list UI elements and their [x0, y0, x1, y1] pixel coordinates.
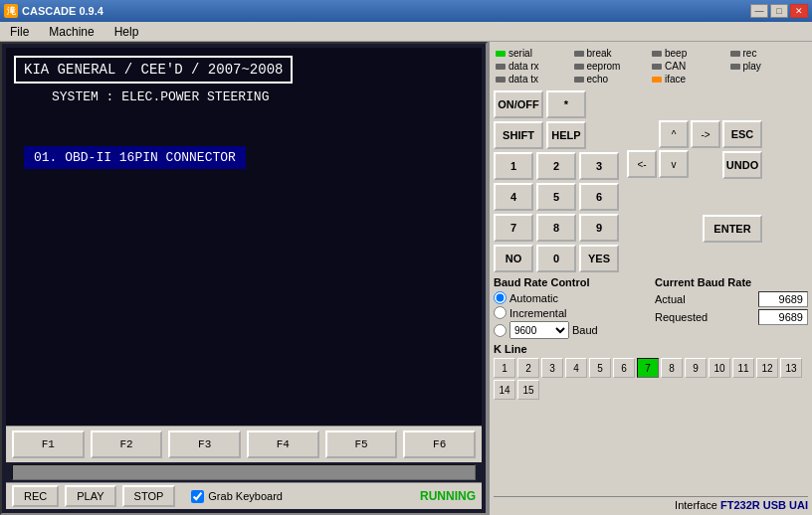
btn-5[interactable]: 5	[536, 183, 576, 211]
kline-btn-9[interactable]: 9	[685, 358, 707, 378]
baud-right: Current Baud Rate Actual 9689 Requested …	[655, 276, 808, 339]
kline-btn-1[interactable]: 1	[494, 358, 515, 378]
nav-left-button[interactable]: <-	[627, 150, 657, 178]
kline-btn-12[interactable]: 12	[756, 358, 778, 378]
nav-right-button[interactable]: ->	[691, 120, 720, 148]
indicator-datarx: data rx	[496, 61, 572, 72]
btn-4[interactable]: 4	[494, 183, 533, 211]
play-button[interactable]: PLAY	[65, 485, 115, 507]
kline-btn-3[interactable]: 3	[541, 358, 563, 378]
led-rec	[730, 51, 740, 57]
led-iface	[652, 77, 662, 83]
btn-no[interactable]: NO	[494, 245, 533, 272]
interface-value: FT232R USB UAI	[720, 499, 808, 511]
nav-down-button[interactable]: v	[659, 150, 689, 178]
led-beep	[652, 51, 662, 57]
esc-button[interactable]: ESC	[722, 120, 762, 148]
enter-button[interactable]: ENTER	[703, 215, 762, 243]
btn-8[interactable]: 8	[536, 214, 576, 242]
led-can	[652, 64, 662, 70]
f6-button[interactable]: F6	[403, 430, 476, 458]
btn-1[interactable]: 1	[494, 152, 533, 180]
kline-btn-11[interactable]: 11	[732, 358, 754, 378]
btn-9[interactable]: 9	[579, 214, 619, 242]
baud-actual-label: Actual	[655, 293, 686, 305]
terminal-title-line: KIA GENERAL / CEE'D / 2007~2008	[14, 56, 293, 84]
app-title: CASCADE 0.9.4	[22, 5, 103, 17]
baud-requested-value: 9689	[758, 309, 808, 325]
led-echo	[574, 77, 584, 83]
onoff-button[interactable]: ON/OFF	[494, 90, 543, 118]
kline-title: K Line	[494, 343, 808, 355]
f5-button[interactable]: F5	[325, 430, 398, 458]
indicator-can: CAN	[652, 61, 728, 72]
fn-buttons-row: F1 F2 F3 F4 F5 F6	[6, 426, 482, 462]
kline-btn-10[interactable]: 10	[709, 358, 730, 378]
indicator-iface-label: iface	[665, 74, 686, 85]
kline-btn-4[interactable]: 4	[565, 358, 587, 378]
menu-help[interactable]: Help	[108, 23, 145, 41]
calc-area: ON/OFF * SHIFT HELP 1 2 3 4 5	[494, 90, 808, 272]
indicator-eeprom: eeprom	[574, 61, 651, 72]
btn-yes[interactable]: YES	[579, 245, 619, 272]
kline-btn-15[interactable]: 15	[517, 380, 539, 400]
baud-select[interactable]: 9600	[509, 321, 569, 339]
shift-button[interactable]: SHIFT	[494, 121, 543, 149]
f1-button[interactable]: F1	[12, 430, 85, 458]
baud-left: Baud Rate Control Automatic Incremental …	[494, 276, 647, 339]
close-button[interactable]: ✕	[790, 4, 808, 18]
grab-keyboard-checkbox[interactable]	[191, 490, 204, 503]
led-break	[574, 51, 584, 57]
baud-left-title: Baud Rate Control	[494, 276, 647, 288]
f4-button[interactable]: F4	[247, 430, 319, 458]
btn-3[interactable]: 3	[579, 152, 619, 180]
maximize-button[interactable]: □	[770, 4, 788, 18]
baud-automatic-radio[interactable]	[494, 291, 507, 304]
app-icon: 滝	[4, 4, 18, 18]
indicator-rec: rec	[730, 48, 807, 59]
bottom-bar: REC PLAY STOP Grab Keyboard RUNNING	[6, 482, 482, 509]
btn-7[interactable]: 7	[494, 214, 533, 242]
title-bar: 滝 CASCADE 0.9.4 — □ ✕	[0, 0, 812, 22]
kline-btn-7[interactable]: 7	[637, 358, 659, 378]
terminal-subtitle: SYSTEM : ELEC.POWER STEERING	[44, 87, 474, 106]
nav-up-button[interactable]: ^	[659, 120, 689, 148]
indicator-serial: serial	[496, 48, 572, 59]
interface-bar: Interface FT232R USB UAI	[494, 496, 808, 511]
kline-btn-8[interactable]: 8	[661, 358, 683, 378]
minimize-button[interactable]: —	[750, 4, 768, 18]
f2-button[interactable]: F2	[91, 430, 163, 458]
btn-0[interactable]: 0	[536, 245, 576, 272]
btn-2[interactable]: 2	[536, 152, 576, 180]
indicator-beep: beep	[652, 48, 728, 59]
indicator-break: break	[574, 48, 651, 59]
kline-btn-2[interactable]: 2	[517, 358, 539, 378]
help-button[interactable]: HELP	[546, 121, 586, 149]
btn-6[interactable]: 6	[579, 183, 619, 211]
indicator-break-label: break	[587, 48, 612, 59]
star-button[interactable]: *	[546, 90, 586, 118]
baud-incremental-radio[interactable]	[494, 306, 507, 319]
kline-btn-14[interactable]: 14	[494, 380, 515, 400]
led-play	[730, 64, 740, 70]
menu-file[interactable]: File	[4, 23, 35, 41]
running-status: RUNNING	[420, 489, 476, 503]
kline-btn-6[interactable]: 6	[613, 358, 635, 378]
indicator-serial-label: serial	[508, 48, 532, 59]
indicator-echo-label: echo	[587, 74, 609, 85]
f3-button[interactable]: F3	[168, 430, 241, 458]
undo-button[interactable]: UNDO	[722, 151, 762, 179]
interface-label: Interface	[675, 499, 717, 511]
indicator-echo: echo	[574, 74, 651, 85]
indicator-rec-label: rec	[743, 48, 757, 59]
kline-btn-13[interactable]: 13	[780, 358, 802, 378]
stop-button[interactable]: STOP	[122, 485, 176, 507]
menu-machine[interactable]: Machine	[43, 23, 100, 41]
baud-manual-radio[interactable]	[494, 324, 507, 337]
kline-btn-5[interactable]: 5	[589, 358, 611, 378]
calc-right: ^ -> <- v ESC UNDO ENTER	[627, 90, 762, 272]
indicator-eeprom-label: eeprom	[587, 61, 621, 72]
menu-bar: File Machine Help	[0, 22, 812, 42]
progress-bar	[12, 464, 476, 480]
rec-button[interactable]: REC	[12, 485, 59, 507]
